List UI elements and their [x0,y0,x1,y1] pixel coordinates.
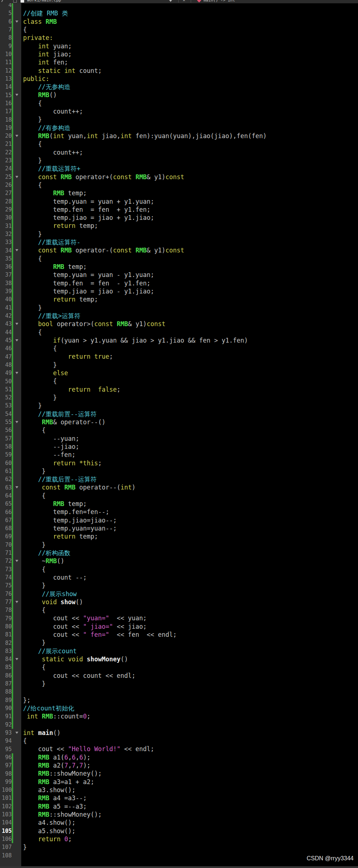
code-line[interactable]: temp.jiao = jiao - y1.jiao; [21,287,154,295]
fold-marker-icon[interactable] [13,246,21,254]
code-line[interactable]: return 0; [21,835,72,843]
code-line[interactable]: temp.yuan=yuan--; [21,524,117,532]
fold-marker-icon[interactable] [13,18,21,26]
fold-marker-icon[interactable] [13,483,21,491]
code-line[interactable]: //重载后置--运算符 [21,475,97,483]
code-line[interactable]: a5.show(); [21,827,75,835]
code-line[interactable]: } [21,394,57,402]
code-line[interactable]: int fen; [21,58,68,66]
open-file-dropdown[interactable]: Work1/main.cpp [27,0,61,3]
code-line[interactable]: a4.show(); [21,819,75,827]
code-line[interactable]: count --; [21,573,87,581]
code-line[interactable]: temp.yuan = yuan + y1.yuan; [21,197,154,206]
code-line[interactable]: { [21,140,42,148]
code-line[interactable]: --yuan; [21,435,79,443]
code-line[interactable]: { [21,565,45,573]
code-line[interactable]: //创建 RMB 类 [21,9,68,17]
code-line[interactable]: if(yuan > y1.yuan && jiao > y1.jiao && f… [21,336,248,344]
code-line[interactable]: cout << "yuan=" << yuan; [21,614,147,622]
fold-marker-icon[interactable] [13,369,21,377]
fold-marker-icon[interactable] [13,598,21,606]
code-line[interactable]: } [21,156,42,165]
code-line[interactable]: { [21,328,42,336]
code-line[interactable]: RMB() [21,91,57,99]
code-line[interactable]: bool operator>(const RMB& y1)const [21,320,165,328]
fold-marker-icon[interactable] [13,729,21,737]
code-line[interactable]: RMB a5 =--a3; [21,802,87,810]
code-line[interactable]: const RMB operator-(const RMB& y1)const [21,246,184,254]
code-line[interactable]: } [21,361,57,369]
code-line[interactable]: //重载运算符+ [21,165,81,173]
code-line[interactable]: RMB& operator--() [21,418,105,426]
code-line[interactable]: temp.fen=fen--; [21,508,109,516]
code-line[interactable]: return false; [21,385,120,394]
lock-icon[interactable] [13,0,17,3]
code-line[interactable]: } [21,680,45,688]
code-line[interactable]: RMB::showMoney(); [21,769,102,777]
code-line[interactable]: { [21,181,42,189]
code-line[interactable]: RMB a4 =a3--; [21,794,87,802]
code-line[interactable]: return temp; [21,295,98,303]
code-line[interactable]: cout << " fen=" << fen << endl; [21,631,177,639]
code-area[interactable]: 45//创建 RMB 类6class RMB7{8private:9 int y… [0,1,358,860]
code-line[interactable]: class RMB [21,18,57,26]
code-line[interactable]: { [21,606,45,614]
code-line[interactable]: //析构函数 [21,549,70,557]
code-line[interactable]: { [21,255,42,263]
code-line[interactable]: temp.jiao = jiao + y1.jiao; [21,214,154,222]
code-line[interactable]: { [21,663,45,671]
code-line[interactable]: { [21,344,57,352]
symbol-dropdown[interactable]: main() -> int [204,0,235,3]
code-line[interactable]: const RMB operator+(const RMB& y1)const [21,173,184,181]
code-line[interactable]: static void showMoney() [21,655,128,663]
code-line[interactable]: } [21,581,45,590]
fold-marker-icon[interactable] [13,132,21,140]
code-line[interactable]: { [21,492,45,500]
code-line[interactable]: const RMB operator--(int) [21,483,135,491]
code-line[interactable]: temp.jiao=jiao--; [21,516,117,524]
code-line[interactable]: int yuan; [21,42,72,50]
code-line[interactable]: { [21,99,42,107]
code-line[interactable]: RMB a3=a1 + a2; [21,778,94,786]
code-line[interactable]: { [21,26,27,34]
code-line[interactable]: int RMB::count=0; [21,712,90,720]
code-line[interactable]: { [21,426,45,434]
fold-marker-icon[interactable] [13,557,21,565]
fold-marker-icon[interactable] [13,655,21,663]
code-line[interactable]: return *this; [21,459,102,467]
fold-marker-icon[interactable] [13,418,21,426]
code-line[interactable]: } [21,402,42,410]
code-line[interactable]: return temp; [21,532,98,540]
code-line[interactable]: }; [21,696,30,704]
code-line[interactable]: RMB(int yuan,int jiao,int fen):yuan(yuan… [21,132,266,140]
bottom-scrollbar-strip[interactable] [0,866,358,868]
code-line[interactable]: RMB temp; [21,263,87,271]
code-line[interactable]: temp.yuan = yuan - y1.yuan; [21,271,154,279]
code-line[interactable]: --fen; [21,451,75,459]
code-line[interactable]: cout << " jiao=" << jiao; [21,623,147,631]
code-line[interactable]: { [21,377,57,385]
fold-marker-icon[interactable] [13,173,21,181]
code-line[interactable]: return true; [21,352,113,361]
fold-marker-icon[interactable] [13,91,21,99]
code-line[interactable]: int main() [21,729,60,737]
code-line[interactable]: } [21,115,42,123]
code-line[interactable]: RMB a1(6,6,6); [21,753,90,761]
code-line[interactable]: } [21,843,27,851]
code-line[interactable]: } [21,541,45,549]
code-line[interactable]: int jiao; [21,50,72,58]
code-line[interactable]: RMB a2(7,7,7); [21,761,90,769]
code-line[interactable]: RMB temp; [21,189,87,197]
code-line[interactable]: //有参构造 [21,124,70,132]
code-line[interactable]: } [21,467,45,475]
code-line[interactable]: //展示count [21,647,77,655]
code-line[interactable]: --jiao; [21,443,79,451]
code-line[interactable]: //展示show [21,590,77,598]
code-line[interactable]: a3.show(); [21,786,75,794]
fold-marker-icon[interactable] [13,336,21,344]
code-line[interactable]: //给count初始化 [21,704,74,712]
code-line[interactable]: { [21,737,27,745]
code-line[interactable]: static int count; [21,67,102,75]
code-line[interactable]: } [21,304,42,312]
code-line[interactable]: void show() [21,598,83,606]
